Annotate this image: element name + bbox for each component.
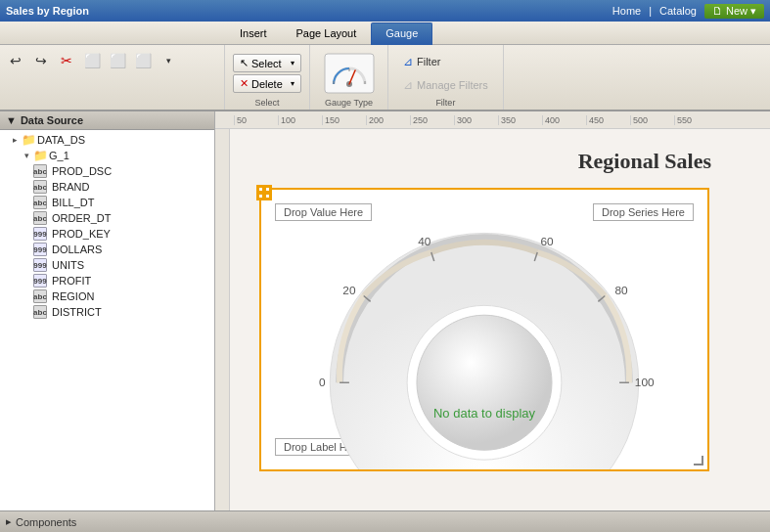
select-caret: ▾ (291, 59, 294, 67)
components-label: Components (16, 516, 76, 528)
tab-gauge[interactable]: Gauge (371, 22, 432, 45)
abc-icon-order-dt: abc (33, 211, 47, 225)
abc-icon-prod-dsc: abc (33, 164, 47, 178)
manage-filters-label: Manage Filters (417, 79, 488, 91)
tree-item-brand[interactable]: abc BRAND (0, 179, 214, 195)
group-label: G_1 (49, 150, 69, 161)
new-button[interactable]: 🗋 New ▾ (704, 4, 764, 19)
tree-item-prod-key[interactable]: 999 PROD_KEY (0, 226, 214, 242)
format-button[interactable]: ⬜ (131, 49, 155, 72)
gauge-type-icon[interactable] (324, 53, 375, 94)
filter-icon: ⊿ (403, 55, 413, 68)
catalog-link[interactable]: Catalog (659, 5, 697, 17)
ruler-top: 50 100 150 200 250 300 350 400 450 500 5… (215, 111, 770, 129)
num-icon-units: 999 (33, 258, 47, 272)
tree-item-prod-dsc[interactable]: abc PROD_DSC (0, 163, 214, 179)
field-bill-dt: BILL_DT (52, 197, 94, 208)
field-brand: BRAND (52, 181, 90, 193)
ruler-150: 150 (322, 115, 366, 125)
filter-content: ⊿ Filter ⊿ Manage Filters (396, 49, 495, 98)
redo-button[interactable]: ↪ (29, 49, 53, 72)
paste-button[interactable]: ⬜ (106, 49, 129, 72)
svg-point-24 (417, 315, 552, 450)
move-handle[interactable] (256, 185, 272, 200)
svg-text:80: 80 (614, 284, 628, 297)
select-content: ↖ Select ▾ ✕ Delete ▾ (233, 49, 301, 98)
bottom-panel: ▸ Components (0, 510, 770, 532)
field-prod-dsc: PROD_DSC (52, 165, 112, 177)
filter-button[interactable]: ⊿ Filter (396, 51, 447, 72)
tree-item-region[interactable]: abc REGION (0, 288, 214, 304)
ruler-450: 450 (586, 115, 630, 125)
tree-item-bill-dt[interactable]: abc BILL_DT (0, 195, 214, 210)
filter-section-label: Filter (435, 98, 455, 108)
title-bar-right: Home | Catalog 🗋 New ▾ (612, 4, 764, 19)
num-icon-profit: 999 (33, 274, 47, 288)
more-button[interactable]: ▾ (157, 49, 180, 72)
ruler-250: 250 (410, 115, 454, 125)
tree-item-group[interactable]: ▾ 📁 G_1 (0, 148, 214, 163)
gauge-component[interactable]: Drop Value Here Drop Series Here Drop La… (259, 188, 709, 471)
field-order-dt: ORDER_DT (52, 212, 112, 224)
resize-handle[interactable] (694, 456, 703, 466)
num-icon-prod-key: 999 (33, 227, 47, 241)
tree-item-datasource[interactable]: ▸ 📁 DATA_DS (0, 132, 214, 148)
select-section: ↖ Select ▾ ✕ Delete ▾ Select (225, 45, 310, 110)
cut-button[interactable]: ✂ (55, 49, 78, 72)
expand-group: ▾ (22, 151, 31, 160)
select-label: Select (251, 58, 282, 69)
datasource-folder-icon: 📁 (22, 133, 35, 147)
undo-button[interactable]: ↩ (4, 49, 27, 72)
svg-rect-7 (266, 188, 269, 191)
canvas-area: 50 100 150 200 250 300 350 400 450 500 5… (215, 111, 770, 510)
new-caret: ▾ (750, 5, 756, 18)
panel-header: ▼ Data Source (0, 111, 214, 130)
ribbon-tabs: Insert Page Layout Gauge (0, 22, 770, 45)
tree-item-dollars[interactable]: 999 DOLLARS (0, 242, 214, 257)
canvas-content: Regional Sales Drop Value Here Drop Seri… (230, 129, 770, 510)
quick-access-toolbar: ↩ ↪ ✂ ⬜ ⬜ ⬜ ▾ (0, 45, 225, 110)
tab-insert[interactable]: Insert (225, 22, 282, 45)
abc-icon-bill-dt: abc (33, 196, 47, 209)
gauge-type-label: Gauge Type (325, 98, 373, 108)
new-label: New (726, 5, 747, 17)
filter-label: Filter (417, 56, 440, 67)
ruler-50: 50 (234, 115, 278, 125)
delete-dropdown[interactable]: ✕ Delete ▾ (233, 74, 301, 93)
svg-rect-9 (266, 195, 269, 198)
panel-expand-icon[interactable]: ▼ (6, 114, 17, 126)
datasource-label: DATA_DS (37, 134, 85, 146)
gauge-svg: 0 20 40 60 80 (261, 190, 707, 469)
select-dropdown[interactable]: ↖ Select ▾ (233, 54, 301, 72)
ribbon-toolbar: ↩ ↪ ✂ ⬜ ⬜ ⬜ ▾ ↖ Select ▾ ✕ Delete ▾ Sele… (0, 45, 770, 111)
ruler-left (215, 129, 230, 510)
no-data-label: No data to display (433, 406, 535, 421)
svg-rect-6 (259, 188, 262, 191)
tree-item-district[interactable]: abc DISTRICT (0, 304, 214, 320)
tab-page-layout[interactable]: Page Layout (282, 22, 372, 45)
tree-item-order-dt[interactable]: abc ORDER_DT (0, 210, 214, 226)
manage-filters-button[interactable]: ⊿ Manage Filters (396, 74, 495, 96)
field-district: DISTRICT (52, 306, 102, 318)
tree-item-profit[interactable]: 999 PROFIT (0, 273, 214, 288)
abc-icon-region: abc (33, 289, 47, 303)
tree-container: ▸ 📁 DATA_DS ▾ 📁 G_1 abc PROD_DSC abc BRA… (0, 130, 214, 510)
field-prod-key: PROD_KEY (52, 228, 111, 240)
select-section-label: Select (254, 98, 279, 108)
ruler-300: 300 (454, 115, 498, 125)
abc-icon-district: abc (33, 305, 47, 319)
main-layout: ▼ Data Source ▸ 📁 DATA_DS ▾ 📁 G_1 abc PR… (0, 111, 770, 510)
title-bar: Sales by Region Home | Catalog 🗋 New ▾ (0, 0, 770, 22)
expand-datasource: ▸ (10, 135, 20, 145)
ruler-350: 350 (498, 115, 542, 125)
abc-icon-brand: abc (33, 180, 47, 194)
delete-icon: ✕ (240, 77, 249, 90)
field-units: UNITS (52, 259, 84, 271)
toolbar-icons-row: ↩ ↪ ✂ ⬜ ⬜ ⬜ ▾ (4, 47, 220, 76)
tree-item-units[interactable]: 999 UNITS (0, 257, 214, 273)
cursor-icon: ↖ (240, 57, 249, 69)
num-icon-dollars: 999 (33, 243, 47, 256)
copy-button[interactable]: ⬜ (80, 49, 104, 72)
ruler-500: 500 (630, 115, 674, 125)
home-link[interactable]: Home (612, 5, 641, 17)
